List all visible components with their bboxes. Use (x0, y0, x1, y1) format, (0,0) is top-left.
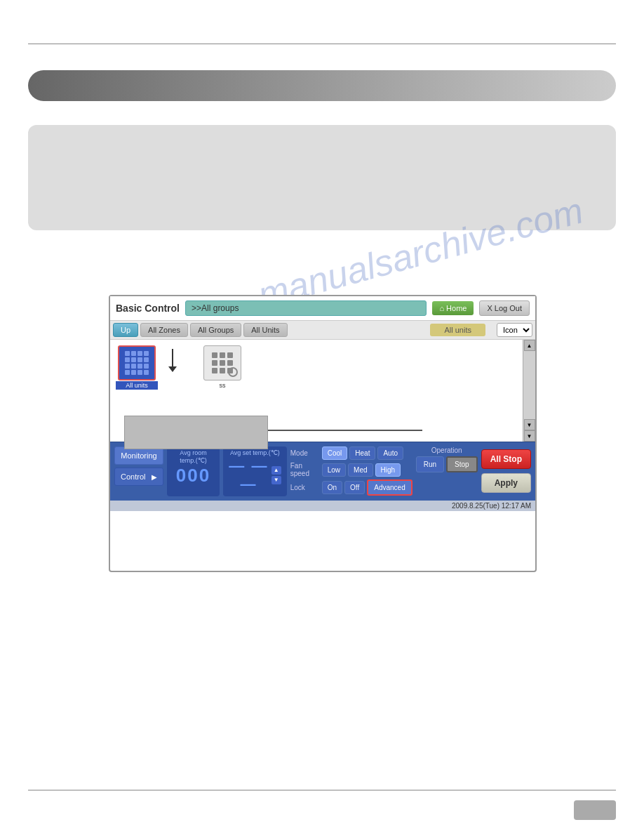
fan-speed-row: Fan speed Low Med High (290, 462, 412, 477)
dot (125, 351, 130, 356)
ss-dot (227, 352, 233, 358)
dot (137, 370, 142, 375)
dot (131, 357, 136, 362)
right-buttons: All Stop Apply (481, 446, 531, 496)
dot (144, 370, 149, 375)
status-date: 2009.8.25(Tue) 12:17 AM (452, 502, 531, 510)
operation-label: Operation (416, 446, 478, 454)
title-bar: Basic Control >>All groups ⌂ Home X Log … (110, 296, 535, 321)
mode-auto-btn[interactable]: Auto (377, 446, 403, 460)
allunits-icon-box[interactable] (118, 345, 156, 380)
tab-all-groups[interactable]: All Groups (190, 323, 241, 337)
ss-dot (220, 352, 225, 358)
mode-cool-btn[interactable]: Cool (322, 446, 348, 460)
mode-controls: Mode Cool Heat Auto Fan speed Low Med Hi… (290, 446, 412, 496)
stop-button[interactable]: Stop (446, 456, 478, 472)
ss-dot (227, 360, 233, 366)
lock-row: Lock On Off Advanced (290, 479, 412, 496)
nav-tabs: Up All Zones All Groups All Units All un… (110, 321, 535, 340)
dot (144, 351, 149, 356)
ss-label: ss (201, 381, 243, 390)
control-arrow-icon: ▶ (152, 473, 157, 481)
scroll-up-btn[interactable]: ▲ (524, 340, 535, 351)
tab-all-zones[interactable]: All Zones (140, 323, 188, 337)
avg-set-value-row: — — — ▲ ▼ (229, 457, 281, 494)
page-indicator (574, 800, 616, 820)
avg-room-label: Avg room temp.(℃) (173, 449, 214, 465)
popup-connector-line (268, 430, 422, 431)
icon-area: All units (110, 340, 535, 442)
temp-spinners: ▲ ▼ (271, 466, 281, 484)
avg-set-temp-display: Avg set temp.(℃) — — — ▲ ▼ (223, 446, 287, 496)
ss-icon-inner (204, 346, 241, 380)
operation-section: Operation Run Stop (416, 446, 478, 496)
dot (144, 357, 149, 362)
lock-off-btn[interactable]: Off (344, 481, 365, 494)
ss-icon-box[interactable] (203, 345, 241, 380)
icon-item-allunits: All units (116, 345, 158, 390)
fan-speed-label: Fan speed (290, 462, 320, 477)
view-select[interactable]: Icon List (497, 323, 532, 337)
interface-window: Basic Control >>All groups ⌂ Home X Log … (109, 295, 537, 572)
home-button[interactable]: ⌂ Home (432, 301, 474, 315)
fan-high-btn[interactable]: High (375, 463, 401, 477)
dot (131, 370, 136, 375)
path-display: >>All groups (185, 300, 427, 316)
fan-low-btn[interactable]: Low (322, 463, 346, 477)
window-title: Basic Control (116, 303, 180, 314)
mode-label: Mode (290, 449, 320, 457)
dot (131, 351, 136, 356)
advanced-button[interactable]: Advanced (367, 479, 412, 496)
apply-button[interactable]: Apply (481, 473, 531, 493)
scroll-down-btn[interactable]: ▼ (524, 419, 535, 430)
dot (125, 370, 130, 375)
dot (125, 357, 130, 362)
scroll-bar: ▲ ▼ ▼ (523, 340, 535, 442)
monitor-ctrl-section: Monitoring Control ▶ (114, 446, 163, 496)
ss-dot (212, 368, 217, 373)
content-box (28, 125, 616, 230)
tab-all-units[interactable]: All Units (243, 323, 287, 337)
popup-rect (124, 416, 268, 449)
lock-on-btn[interactable]: On (322, 481, 342, 494)
scroll-down-btn2[interactable]: ▼ (524, 430, 535, 442)
fan-med-btn[interactable]: Med (348, 463, 373, 477)
arrow-head-icon (168, 366, 177, 372)
allunits-grid (125, 351, 149, 376)
all-stop-button[interactable]: All Stop (481, 449, 531, 469)
top-divider (28, 44, 616, 44)
allunits-label: All units (116, 381, 158, 390)
logout-button[interactable]: X Log Out (479, 300, 530, 316)
avg-set-label: Avg set temp.(℃) (230, 449, 280, 457)
avg-room-temp-display: Avg room temp.(℃) 000 (167, 446, 220, 496)
avg-set-value: — — — (229, 457, 269, 494)
header-bar (28, 70, 616, 101)
dot (131, 364, 136, 369)
mode-row: Mode Cool Heat Auto (290, 446, 412, 460)
bottom-divider (28, 790, 616, 790)
dot (125, 364, 130, 369)
icon-item-ss: ss (201, 345, 243, 390)
dot (137, 364, 142, 369)
mode-heat-btn[interactable]: Heat (349, 446, 375, 460)
home-icon: ⌂ (439, 304, 444, 312)
ss-dot (212, 352, 217, 358)
temp-decrement-btn[interactable]: ▼ (271, 476, 281, 484)
control-panel: Monitoring Control ▶ Avg room temp.(℃) 0… (110, 442, 535, 501)
dot (137, 351, 142, 356)
run-button[interactable]: Run (416, 456, 444, 472)
icon-row: All units (116, 345, 530, 391)
ss-dot (220, 368, 225, 373)
status-bar: 2009.8.25(Tue) 12:17 AM (110, 501, 535, 511)
temp-increment-btn[interactable]: ▲ (271, 466, 281, 475)
lock-label: Lock (290, 484, 320, 491)
tab-up[interactable]: Up (113, 323, 138, 337)
ss-dot (220, 360, 225, 366)
all-units-status: All units (430, 324, 485, 336)
ss-dot (212, 360, 217, 366)
control-button[interactable]: Control ▶ (114, 468, 163, 486)
dot (144, 364, 149, 369)
dot (137, 357, 142, 362)
avg-room-value: 000 (173, 465, 214, 486)
ss-circle-icon (228, 367, 238, 377)
